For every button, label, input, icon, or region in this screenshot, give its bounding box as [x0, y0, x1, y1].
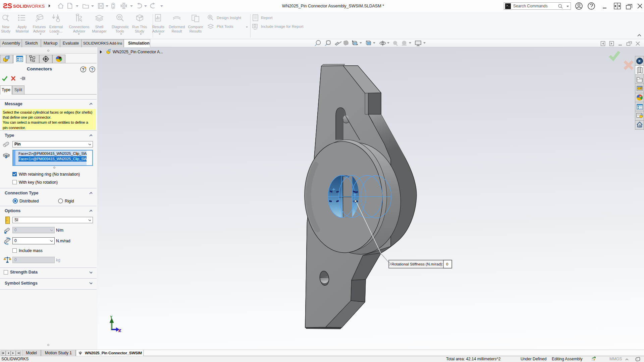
- svg-text:?: ?: [82, 67, 84, 72]
- svg-text:Y: Y: [110, 315, 113, 319]
- svg-text:Rotational Stiffness (N.m/rad): Rotational Stiffness (N.m/rad):: [391, 262, 443, 266]
- svg-text:?: ?: [91, 67, 93, 72]
- svg-text:0: 0: [446, 262, 448, 266]
- svg-text:WN2025_Pin Connector A...: WN2025_Pin Connector A...: [113, 50, 163, 54]
- svg-text:Z: Z: [119, 328, 121, 333]
